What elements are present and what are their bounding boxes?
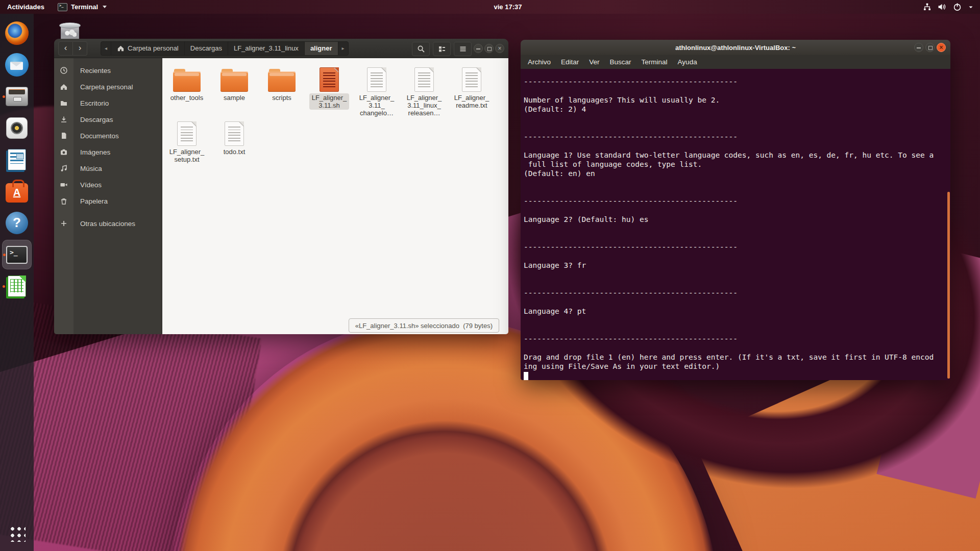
sidebar-item-label: Música	[74, 165, 102, 172]
file-item-readme[interactable]: LF_aligner_ readme.txt	[448, 63, 495, 110]
files-grid[interactable]: other_tools sample scripts LF_aligner_ 3…	[162, 58, 508, 334]
file-label: LF_aligner_ setup.txt	[167, 147, 207, 164]
dock-item-ubuntu-software[interactable]	[2, 177, 32, 206]
files-icon	[6, 87, 28, 106]
breadcrumb-aligner-current[interactable]: aligner	[305, 42, 338, 55]
text-file-icon	[414, 67, 434, 92]
activities-label: Actividades	[7, 3, 44, 11]
sidebar-item-label: Papelera	[74, 197, 108, 205]
file-item-scripts[interactable]: scripts	[258, 63, 305, 102]
terminal-screen[interactable]: ----------------------------------------…	[521, 69, 950, 380]
activities-button[interactable]: Actividades	[0, 0, 52, 14]
show-applications-button[interactable]	[2, 518, 32, 548]
system-status-area[interactable]	[920, 0, 977, 14]
file-label: LF_aligner_ 3.11_ changelo…	[357, 93, 397, 117]
file-item-releasenotes[interactable]: LF_aligner_ 3.11_linux_ releasen…	[401, 63, 448, 117]
forward-button[interactable]	[73, 41, 87, 56]
terminal-scrollbar[interactable]	[947, 192, 950, 379]
view-grid-button[interactable]	[433, 42, 451, 56]
file-item-lf-aligner-sh[interactable]: LF_aligner_ 3.11.sh	[306, 63, 353, 110]
files-sidebar: Recientes Carpeta personal Escritorio De…	[54, 58, 162, 334]
terminal-icon	[6, 246, 28, 264]
files-headerbar: Carpeta personal Descargas LF_aligner_3.…	[54, 39, 508, 58]
sidebar-item-escritorio[interactable]: Escritorio	[54, 95, 162, 111]
running-indicator	[3, 95, 5, 98]
folder-icon	[268, 71, 296, 92]
hamburger-icon	[459, 45, 467, 53]
breadcrumb-lf-aligner-folder[interactable]: LF_aligner_3.11_linux	[228, 42, 305, 55]
clock-label: vie 17:37	[494, 3, 522, 11]
menu-ver[interactable]: Ver	[584, 55, 604, 69]
breadcrumb-home[interactable]: Carpeta personal	[111, 42, 185, 55]
back-button[interactable]	[58, 41, 73, 56]
files-window-controls: ×	[474, 44, 504, 53]
minimize-button[interactable]	[474, 44, 483, 53]
files-window: Carpeta personal Descargas LF_aligner_3.…	[54, 39, 508, 334]
close-button[interactable]: ×	[937, 43, 946, 52]
file-label: other_tools	[168, 93, 206, 102]
sidebar-item-recientes[interactable]: Recientes	[54, 62, 162, 79]
window-menu-button[interactable]	[454, 42, 472, 56]
maximize-button[interactable]	[484, 44, 494, 53]
sidebar-item-otras-ubicaciones[interactable]: Otras ubicaciones	[54, 215, 162, 232]
terminal-app-icon	[58, 3, 67, 11]
app-menu[interactable]: Terminal	[52, 0, 113, 14]
sidebar-item-videos[interactable]: Vídeos	[54, 177, 162, 193]
menu-archivo[interactable]: Archivo	[523, 55, 556, 69]
sidebar-item-label: Documentos	[74, 132, 119, 140]
sidebar-item-papelera[interactable]: Papelera	[54, 193, 162, 209]
close-button[interactable]: ×	[495, 44, 504, 53]
menu-buscar[interactable]: Buscar	[605, 55, 636, 69]
trash-paper	[63, 30, 77, 37]
music-icon	[54, 164, 74, 172]
file-item-changelog[interactable]: LF_aligner_ 3.11_ changelo…	[353, 63, 400, 117]
dock-item-libreoffice-calc[interactable]	[2, 271, 32, 301]
maximize-button[interactable]	[925, 43, 935, 52]
menu-label: Archivo	[528, 58, 551, 66]
breadcrumb-scroll-left-icon[interactable]	[101, 42, 111, 55]
menu-terminal[interactable]: Terminal	[636, 55, 673, 69]
home-icon	[117, 44, 125, 52]
clock-button[interactable]: vie 17:37	[494, 0, 522, 14]
menu-label: Buscar	[610, 58, 631, 66]
sidebar-item-imagenes[interactable]: Imágenes	[54, 144, 162, 160]
sidebar-item-carpeta-personal[interactable]: Carpeta personal	[54, 79, 162, 95]
terminal-menubar: Archivo Editar Ver Buscar Terminal Ayuda	[521, 55, 950, 69]
folder-icon	[173, 71, 201, 92]
minimize-icon	[476, 48, 480, 49]
menu-editar[interactable]: Editar	[556, 55, 584, 69]
file-item-setup[interactable]: LF_aligner_ setup.txt	[163, 117, 210, 164]
breadcrumb-descargas[interactable]: Descargas	[185, 42, 228, 55]
dock-item-firefox[interactable]	[2, 18, 32, 48]
app-menu-label: Terminal	[71, 3, 98, 11]
text-file-icon	[462, 67, 481, 92]
search-button[interactable]	[412, 42, 430, 56]
file-item-other-tools[interactable]: other_tools	[163, 63, 210, 102]
camera-icon	[54, 148, 74, 156]
breadcrumb-label: Carpeta personal	[128, 44, 179, 52]
envelope-icon	[10, 62, 23, 70]
breadcrumb-scroll-right-icon[interactable]	[338, 42, 348, 55]
dock-item-libreoffice-writer[interactable]	[2, 145, 32, 174]
dock-item-terminal[interactable]	[2, 240, 32, 269]
sidebar-item-documentos[interactable]: Documentos	[54, 128, 162, 144]
chevron-down-icon	[103, 6, 107, 8]
libreoffice-writer-icon	[8, 149, 26, 170]
close-icon: ×	[937, 44, 945, 51]
dock-item-files[interactable]	[2, 82, 32, 111]
text-file-icon	[367, 67, 386, 92]
menu-ayuda[interactable]: Ayuda	[673, 55, 702, 69]
terminal-titlebar[interactable]: athlonlinux@athlonlinux-VirtualBox: ~ ×	[521, 40, 950, 55]
dock-item-help[interactable]	[2, 208, 32, 238]
chevron-down-icon	[968, 4, 974, 10]
terminal-cursor	[524, 372, 528, 380]
file-item-todo[interactable]: todo.txt	[211, 117, 258, 156]
minimize-button[interactable]	[914, 43, 923, 52]
sidebar-item-musica[interactable]: Música	[54, 160, 162, 177]
sidebar-item-label: Recientes	[74, 67, 111, 74]
file-item-sample[interactable]: sample	[211, 63, 258, 102]
sidebar-item-descargas[interactable]: Descargas	[54, 111, 162, 128]
file-label: LF_aligner_ 3.11.sh	[309, 93, 350, 110]
dock-item-rhythmbox[interactable]	[2, 113, 32, 143]
dock-item-thunderbird[interactable]	[2, 50, 32, 80]
